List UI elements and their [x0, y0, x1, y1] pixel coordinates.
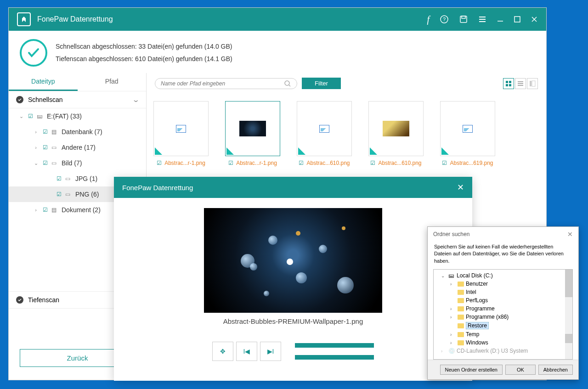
- scrollbar[interactable]: [565, 270, 572, 359]
- folder-item[interactable]: ›Windows: [434, 338, 572, 347]
- folder-item[interactable]: PerfLogs: [434, 296, 572, 304]
- svg-rect-7: [509, 81, 511, 83]
- search-input[interactable]: [161, 80, 284, 87]
- chevron-down-icon: ⌄: [132, 96, 140, 103]
- svg-rect-9: [509, 84, 511, 86]
- dialog-title: Ordner suchen: [433, 231, 469, 237]
- dialog-close-icon[interactable]: ✕: [567, 231, 573, 238]
- folder-item-restore[interactable]: Restore: [434, 321, 572, 330]
- file-card[interactable]: ☑Abstrac...610.png: [294, 101, 354, 166]
- prev-button[interactable]: I◀: [236, 342, 257, 361]
- scan-status: Schnellscan abgeschlossen: 33 Datei(en) …: [9, 31, 546, 73]
- restore-button[interactable]: [295, 343, 374, 360]
- preview-filename: Abstract-Bubbles-PREMIUM-Wallpaper-1.png: [124, 317, 462, 325]
- svg-rect-8: [506, 84, 508, 86]
- folder-item-root[interactable]: ⌄🖴Local Disk (C:): [434, 271, 572, 280]
- app-title: FonePaw Datenrettung: [37, 15, 113, 23]
- tree-item-image[interactable]: ⌄☑▭Bild (7): [9, 155, 146, 171]
- svg-rect-3: [462, 16, 465, 18]
- file-card[interactable]: ☑Abstrac...610.png: [366, 101, 426, 166]
- deep-scan-status: Tiefenscan abgeschlossen: 610 Datei(en) …: [56, 53, 232, 65]
- folder-item[interactable]: ›Programme (x86): [434, 313, 572, 321]
- zoom-button[interactable]: ✥: [212, 342, 233, 361]
- view-grid-button[interactable]: [503, 78, 514, 89]
- save-icon[interactable]: [459, 15, 468, 24]
- app-logo: [17, 12, 31, 26]
- preview-image: [204, 208, 382, 313]
- menu-icon[interactable]: [478, 15, 486, 23]
- next-button[interactable]: ▶I: [260, 342, 281, 361]
- maximize-icon[interactable]: [514, 16, 520, 23]
- svg-rect-6: [506, 81, 508, 83]
- file-card[interactable]: ☑Abstrac...r-1.png: [223, 101, 283, 166]
- facebook-icon[interactable]: f: [427, 14, 430, 25]
- filter-button[interactable]: Filter: [302, 78, 341, 89]
- file-card[interactable]: ☑Abstrac...619.png: [438, 101, 498, 166]
- svg-rect-4: [514, 17, 520, 22]
- success-check-icon: [20, 39, 47, 67]
- folder-tree: ⌄🖴Local Disk (C:) ›Benutzer Intel PerfLo…: [433, 269, 573, 360]
- search-box[interactable]: [155, 78, 297, 89]
- title-bar: FonePaw Datenrettung f ?: [9, 8, 546, 31]
- new-folder-button[interactable]: Neuen Ordner erstellen: [440, 365, 503, 375]
- svg-rect-2: [460, 16, 467, 23]
- preview-modal: FonePaw Datenrettung ✕ Abstract-Bubbles-…: [114, 177, 472, 381]
- folder-browse-dialog: Ordner suchen ✕ Speichern Sie auf keinen…: [427, 226, 579, 380]
- minimize-icon[interactable]: [497, 16, 504, 23]
- tree-group-quickscan[interactable]: Schnellscan ⌄: [9, 91, 146, 108]
- tree-item-drive[interactable]: ⌄☑🖴E:(FAT) (33): [9, 108, 146, 124]
- view-list-button[interactable]: [515, 78, 526, 89]
- view-detail-button[interactable]: [527, 78, 538, 89]
- file-card[interactable]: ☑Abstrac...r-1.png: [151, 101, 211, 166]
- ok-button[interactable]: OK: [505, 365, 536, 375]
- dialog-message: Speichern Sie auf keinen Fall die wieder…: [428, 242, 578, 269]
- svg-point-5: [285, 81, 289, 85]
- folder-item[interactable]: ›Benutzer: [434, 280, 572, 288]
- svg-rect-11: [532, 81, 535, 86]
- tree-item-other[interactable]: ›☑▭Andere (17): [9, 140, 146, 155]
- tab-filetype[interactable]: Dateityp: [9, 73, 78, 91]
- search-icon: [284, 80, 291, 87]
- preview-title: FonePaw Datenrettung: [122, 184, 193, 192]
- folder-item[interactable]: ›💿CD-Laufwerk (D:) U3 System: [434, 347, 572, 355]
- preview-close-icon[interactable]: ✕: [457, 182, 464, 192]
- cancel-button[interactable]: Abbrechen: [538, 365, 573, 375]
- help-icon[interactable]: ?: [440, 15, 449, 24]
- tab-path[interactable]: Pfad: [78, 73, 147, 91]
- folder-item[interactable]: ›Programme: [434, 304, 572, 313]
- tree-item-database[interactable]: ›☑▤Datenbank (7): [9, 124, 146, 140]
- close-icon[interactable]: [531, 16, 538, 23]
- svg-text:?: ?: [443, 17, 446, 22]
- svg-rect-10: [530, 81, 531, 86]
- folder-item[interactable]: Intel: [434, 288, 572, 296]
- folder-item[interactable]: ›Temp: [434, 330, 572, 338]
- quick-scan-status: Schnellscan abgeschlossen: 33 Datei(en) …: [56, 40, 232, 53]
